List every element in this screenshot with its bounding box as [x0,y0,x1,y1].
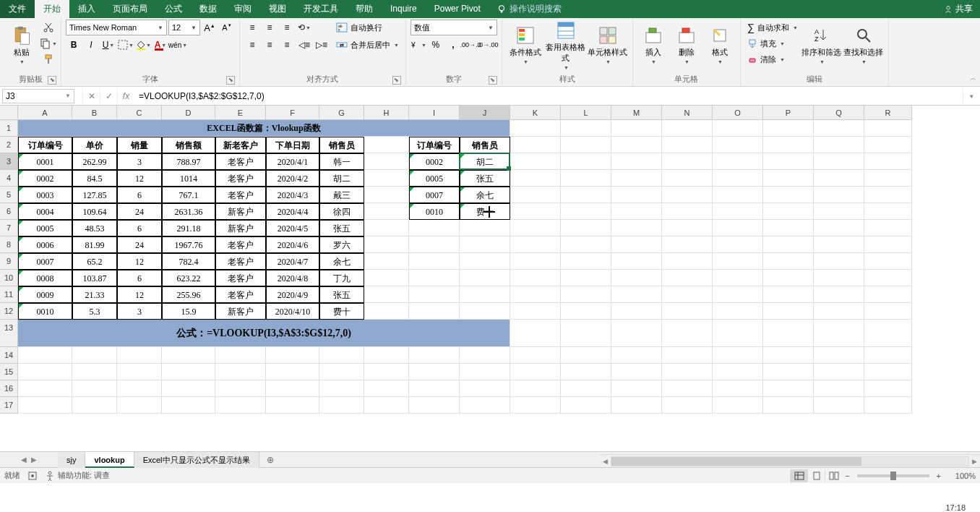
fill-color-button[interactable]: ▼ [135,37,151,53]
cell[interactable] [814,236,864,253]
data-1-4[interactable]: 老客户 [215,170,266,187]
cell[interactable] [162,397,215,414]
cell[interactable] [713,397,763,414]
row-header-15[interactable]: 15 [0,364,18,380]
accessibility-icon[interactable] [45,471,55,481]
cell[interactable] [510,364,561,380]
col-header-F[interactable]: F [266,106,319,120]
zoom-level[interactable]: 100% [944,472,976,480]
header-6[interactable]: 销售员 [319,137,364,153]
lookup-3-1[interactable]: 费十 [460,203,510,220]
decrease-decimal-button[interactable]: .0→.00 [480,37,496,53]
cell[interactable] [814,203,864,220]
cell[interactable] [162,364,215,380]
cell[interactable] [319,364,364,380]
cell[interactable] [713,253,763,270]
cell[interactable] [713,236,763,253]
cell[interactable] [561,253,611,270]
tell-me-search[interactable]: 操作说明搜索 [489,3,569,15]
cell[interactable] [763,170,814,187]
conditional-format-button[interactable]: 条件格式▼ [507,20,544,70]
cell[interactable] [364,153,409,170]
data-4-3[interactable]: 291.18 [162,220,215,236]
row-header-4[interactable]: 4 [0,170,18,187]
comma-button[interactable]: , [445,37,461,53]
cell[interactable] [18,380,72,397]
cell[interactable] [364,170,409,187]
cell[interactable] [763,203,814,220]
cell[interactable] [713,203,763,220]
tab-insert[interactable]: 插入 [69,0,104,18]
row-header-10[interactable]: 10 [0,270,18,286]
cell[interactable] [364,203,409,220]
data-3-4[interactable]: 新客户 [215,203,266,220]
cell[interactable] [662,236,713,253]
data-2-3[interactable]: 767.1 [162,187,215,203]
cell[interactable] [510,397,561,414]
format-cells-button[interactable]: 格式▼ [704,20,736,70]
data-1-2[interactable]: 12 [117,170,162,187]
data-5-0[interactable]: 0006 [18,236,72,253]
cell[interactable] [215,380,266,397]
data-3-6[interactable]: 徐四 [319,203,364,220]
header-0[interactable]: 订单编号 [18,137,72,153]
data-8-2[interactable]: 12 [117,286,162,303]
col-header-G[interactable]: G [319,106,364,120]
cell[interactable] [409,364,460,380]
cell[interactable] [510,253,561,270]
cell[interactable] [763,347,814,364]
data-5-2[interactable]: 24 [117,236,162,253]
data-4-5[interactable]: 2020/4/5 [266,220,319,236]
cell[interactable] [72,380,117,397]
cell[interactable] [864,270,912,286]
cell[interactable] [561,137,611,153]
col-header-K[interactable]: K [510,106,561,120]
cell[interactable] [364,380,409,397]
cancel-formula-button[interactable]: ✕ [82,89,100,103]
cell[interactable] [763,320,814,347]
data-5-4[interactable]: 老客户 [215,236,266,253]
data-1-1[interactable]: 84.5 [72,170,117,187]
cell[interactable] [364,364,409,380]
cell[interactable] [611,320,662,347]
autosum-button[interactable]: ∑自动求和▼ [745,20,800,35]
cell[interactable] [364,347,409,364]
data-1-5[interactable]: 2020/4/2 [266,170,319,187]
cell[interactable] [662,170,713,187]
sheet-nav[interactable]: ◀ ▶ [0,456,58,464]
tab-help[interactable]: 帮助 [347,0,382,18]
format-table-button[interactable]: 套用表格格式▼ [546,20,586,70]
copy-button[interactable]: ▼ [40,35,56,51]
prev-sheet-icon[interactable]: ◀ [21,456,27,464]
cell[interactable] [409,286,460,303]
number-launcher[interactable]: ⬊ [489,76,497,85]
italic-button[interactable]: I [83,37,99,53]
cell[interactable] [409,303,460,320]
select-all-corner[interactable] [0,106,18,120]
lookup-header-1[interactable]: 销售员 [460,137,510,153]
cell[interactable] [763,236,814,253]
cell[interactable] [611,170,662,187]
col-header-L[interactable]: L [561,106,611,120]
cell[interactable] [510,347,561,364]
row-header-2[interactable]: 2 [0,137,18,153]
align-middle-button[interactable]: ≡ [262,20,278,35]
decrease-indent-button[interactable]: ◁≡ [296,37,312,53]
cell[interactable] [364,253,409,270]
cell[interactable] [713,286,763,303]
phonetic-button[interactable]: wén▼ [170,37,186,53]
cell[interactable] [864,120,912,137]
cell[interactable] [460,397,510,414]
tab-home[interactable]: 开始 [35,0,69,18]
horizontal-scrollbar[interactable]: ◀ ▶ [600,454,980,467]
cell[interactable] [864,303,912,320]
data-2-2[interactable]: 6 [117,187,162,203]
data-3-1[interactable]: 109.64 [72,203,117,220]
cell[interactable] [763,364,814,380]
cell[interactable] [662,253,713,270]
cell[interactable] [117,397,162,414]
cell[interactable] [266,364,319,380]
cell[interactable] [266,347,319,364]
cell[interactable] [561,397,611,414]
cell[interactable] [364,303,409,320]
